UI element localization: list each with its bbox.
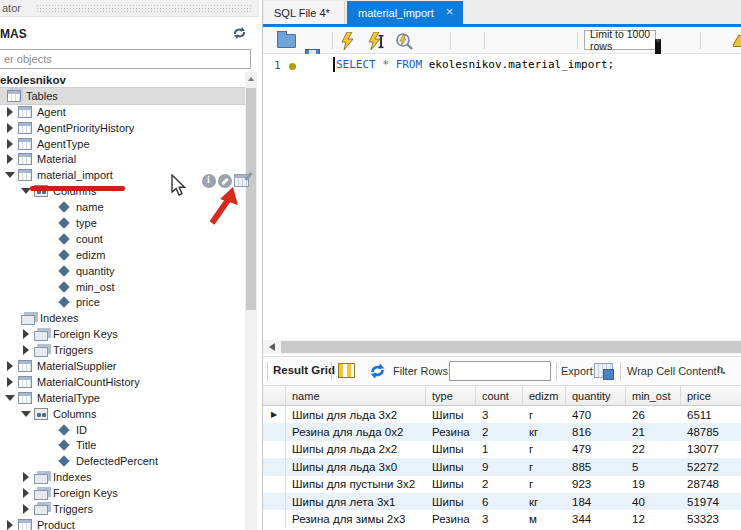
cell-type[interactable]: Шипы [426, 493, 476, 510]
expand-arrow-icon[interactable] [21, 345, 34, 355]
cell-type[interactable]: Резина [426, 510, 476, 527]
tree-item[interactable]: MaterialType [0, 390, 245, 406]
column-header[interactable]: name [286, 386, 426, 406]
cell-edizm[interactable]: г [523, 476, 566, 493]
expand-arrow-icon[interactable] [21, 409, 34, 419]
tree-item[interactable]: Foreign Keys [0, 485, 245, 501]
sql-code-editor[interactable]: 1 SELECT * FROM ekolesnikov.material_imp… [263, 54, 741, 340]
cell-quantity[interactable]: 479 [566, 441, 626, 458]
column-header[interactable]: count [476, 386, 523, 406]
tree-item[interactable]: Foreign Keys [0, 326, 245, 342]
tree-item[interactable]: Indexes [0, 310, 245, 326]
column-header[interactable]: quantity [566, 386, 626, 406]
cell-edizm[interactable]: кг [523, 423, 566, 440]
cell-quantity[interactable]: 885 [566, 458, 626, 475]
tree-item[interactable]: Indexes [0, 469, 245, 485]
cell-price[interactable]: 6511 [681, 406, 741, 423]
tree-item[interactable]: Columns [0, 406, 245, 422]
tree-item[interactable]: MaterialSupplier [0, 358, 245, 374]
expand-arrow-icon[interactable] [5, 123, 18, 133]
column-header[interactable]: price [681, 386, 741, 406]
tree-item[interactable]: Triggers [0, 501, 245, 517]
cell-quantity[interactable]: 470 [566, 406, 626, 423]
cell-min-ost[interactable]: 26 [626, 406, 681, 423]
cell-name[interactable]: Шипы для льда 3x2 [286, 406, 426, 423]
expand-arrow-icon[interactable] [21, 504, 34, 514]
expand-arrow-icon[interactable] [5, 139, 18, 149]
cell-min-ost[interactable]: 21 [626, 423, 681, 440]
horizontal-scrollbar[interactable] [263, 340, 741, 354]
cell-price[interactable]: 48785 [681, 423, 741, 440]
cell-name[interactable]: Шипы для льда 2x2 [286, 441, 426, 458]
tree-item[interactable]: Tables [0, 88, 245, 104]
cell-min-ost[interactable]: 5 [626, 458, 681, 475]
cell-count[interactable]: 2 [476, 476, 523, 493]
row-selector[interactable] [263, 441, 286, 458]
expand-arrow-icon[interactable] [21, 329, 34, 339]
cell-count[interactable]: 2 [476, 423, 523, 440]
cell-edizm[interactable]: г [523, 441, 566, 458]
cell-edizm[interactable]: кг [523, 493, 566, 510]
row-selector[interactable] [263, 476, 286, 493]
tree-item[interactable]: Triggers [0, 342, 245, 358]
tree-item[interactable]: ID [0, 422, 245, 438]
tree-item[interactable]: AgentPriorityHistory [0, 120, 245, 136]
cell-count[interactable]: 3 [476, 510, 523, 527]
cell-type[interactable]: Резина [426, 423, 476, 440]
schemas-refresh-icon[interactable] [232, 26, 247, 40]
cell-edizm[interactable]: м [523, 510, 566, 527]
sidebar-scrollbar[interactable] [245, 72, 257, 530]
hscrollbar-thumb[interactable] [281, 341, 741, 353]
tree-item[interactable]: Product [0, 517, 245, 530]
filter-rows-input[interactable] [449, 361, 551, 381]
expand-arrow-icon[interactable] [5, 377, 18, 387]
scroll-left-icon[interactable] [265, 341, 279, 353]
tab-material-import[interactable]: material_import [347, 1, 463, 24]
tree-item[interactable]: MaterialCountHistory [0, 374, 245, 390]
grid-icon[interactable] [338, 363, 355, 378]
cell-name[interactable]: Резина для зимы 2x3 [286, 510, 426, 527]
cell-edizm[interactable]: г [523, 406, 566, 423]
tree-item[interactable]: Material [0, 151, 245, 167]
explain-icon[interactable] [395, 32, 414, 50]
cell-name[interactable]: Шипы для льда 3x0 [286, 458, 426, 475]
cell-quantity[interactable]: 184 [566, 493, 626, 510]
cell-edizm[interactable]: г [523, 458, 566, 475]
tree-item[interactable]: edizm [0, 247, 245, 263]
cell-min-ost[interactable]: 40 [626, 493, 681, 510]
expand-arrow-icon[interactable] [5, 107, 18, 117]
tree-item[interactable]: quantity [0, 263, 245, 279]
tab-sql-file-4[interactable]: SQL File 4* [264, 1, 345, 24]
row-selector[interactable] [263, 458, 286, 475]
row-selector[interactable]: ▶ [263, 406, 286, 423]
cell-name[interactable]: Шипы для пустыни 3x2 [286, 476, 426, 493]
expand-arrow-icon[interactable] [21, 472, 34, 482]
table-row[interactable]: Резина для зимы 2x3 Резина 3 м 344 12 53… [263, 510, 741, 527]
cell-count[interactable]: 6 [476, 493, 523, 510]
row-selector[interactable] [263, 510, 286, 527]
open-file-icon[interactable] [277, 34, 296, 48]
cell-type[interactable]: Шипы [426, 406, 476, 423]
table-row[interactable]: Шипы для льда 2x2 Шипы 1 г 479 22 13077 [263, 441, 741, 458]
cell-price[interactable]: 13077 [681, 441, 741, 458]
table-row[interactable]: Шипы для пустыни 3x2 Шипы 2 г 923 19 287… [263, 476, 741, 493]
scroll-up-icon[interactable] [245, 72, 257, 85]
tree-item[interactable]: count [0, 231, 245, 247]
cell-type[interactable]: Шипы [426, 458, 476, 475]
cell-quantity[interactable]: 816 [566, 423, 626, 440]
cell-price[interactable]: 51974 [681, 493, 741, 510]
row-selector[interactable] [263, 423, 286, 440]
cell-name[interactable]: Резина для льда 0x2 [286, 423, 426, 440]
table-row[interactable]: Резина для льда 0x2 Резина 2 кг 816 21 4… [263, 423, 741, 440]
cell-price[interactable]: 28748 [681, 476, 741, 493]
expand-arrow-icon[interactable] [21, 488, 34, 498]
schema-filter-input[interactable] [0, 49, 251, 69]
cell-type[interactable]: Шипы [426, 476, 476, 493]
expand-arrow-icon[interactable] [5, 361, 18, 371]
expand-arrow-icon[interactable] [5, 154, 18, 164]
tree-item[interactable]: Agent [0, 104, 245, 120]
scrollbar-thumb[interactable] [246, 88, 256, 310]
tree-item[interactable]: min_ost [0, 279, 245, 295]
cell-type[interactable]: Шипы [426, 441, 476, 458]
tree-item[interactable]: ekolesnikov [0, 72, 245, 88]
